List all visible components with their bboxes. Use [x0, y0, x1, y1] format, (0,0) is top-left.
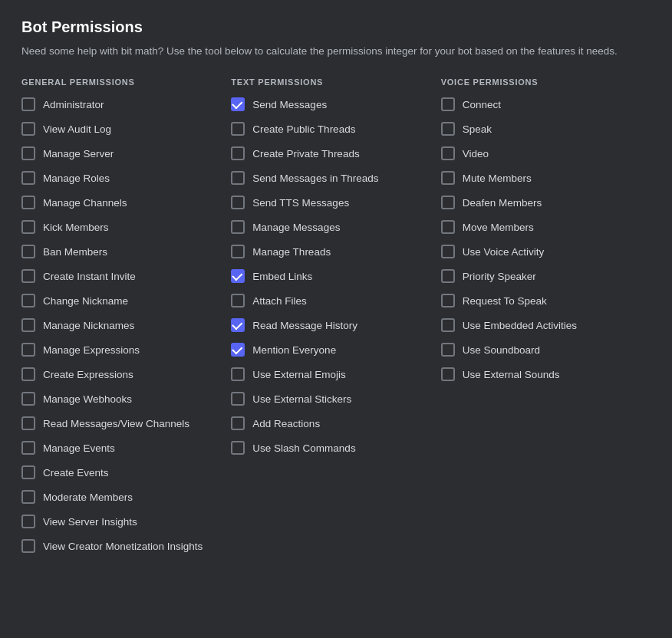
checkbox-1-4[interactable]	[231, 196, 245, 209]
checkbox-1-7[interactable]	[231, 269, 245, 283]
checkbox-2-7[interactable]	[441, 269, 455, 283]
permission-item: Manage Roles	[21, 171, 231, 185]
permission-label: Manage Threads	[252, 246, 331, 258]
checkbox-2-4[interactable]	[441, 196, 455, 209]
permission-item: Move Members	[441, 220, 651, 234]
permission-label: Use Embedded Activities	[463, 320, 577, 331]
column-0: GENERAL PERMISSIONSAdministratorView Aud…	[21, 77, 231, 564]
checkbox-0-5[interactable]	[21, 220, 35, 234]
checkbox-1-13[interactable]	[231, 416, 245, 430]
checkbox-1-11[interactable]	[231, 367, 245, 381]
permission-item: Manage Threads	[231, 245, 440, 258]
checkbox-0-2[interactable]	[21, 146, 35, 160]
permission-label: Create Instant Invite	[43, 271, 136, 282]
permission-label: View Server Insights	[43, 516, 137, 528]
checkbox-1-10[interactable]	[231, 343, 245, 357]
checkbox-2-11[interactable]	[441, 367, 455, 381]
checkbox-0-6[interactable]	[21, 245, 35, 258]
permission-label: Request To Speak	[463, 295, 547, 307]
permission-item: Connect	[441, 97, 651, 111]
permission-item: Use External Sounds	[441, 367, 651, 381]
checkbox-0-17[interactable]	[21, 515, 35, 528]
checkbox-0-10[interactable]	[21, 343, 35, 357]
permission-item: Ban Members	[21, 245, 231, 258]
permission-item: Video	[441, 146, 651, 160]
permission-label: Manage Channels	[43, 197, 127, 209]
checkbox-1-8[interactable]	[231, 294, 245, 307]
checkbox-1-5[interactable]	[231, 220, 245, 234]
permission-item: Manage Nicknames	[21, 318, 231, 332]
permission-label: Deafen Members	[463, 197, 542, 209]
checkbox-2-0[interactable]	[441, 97, 455, 111]
permission-label: Move Members	[463, 222, 534, 233]
checkbox-1-6[interactable]	[231, 245, 245, 258]
permission-item: Administrator	[21, 97, 231, 111]
checkbox-2-6[interactable]	[441, 245, 455, 258]
permission-label: Moderate Members	[43, 492, 133, 503]
checkbox-0-7[interactable]	[21, 269, 35, 283]
permission-label: Use External Stickers	[252, 393, 351, 405]
permission-item: Attach Files	[231, 294, 440, 307]
checkbox-2-9[interactable]	[441, 318, 455, 332]
checkbox-1-9[interactable]	[231, 318, 245, 332]
checkbox-0-3[interactable]	[21, 171, 35, 185]
checkbox-2-8[interactable]	[441, 294, 455, 307]
permission-item: Mention Everyone	[231, 343, 440, 357]
checkbox-1-0[interactable]	[231, 97, 245, 111]
checkbox-2-3[interactable]	[441, 171, 455, 185]
permission-item: Manage Messages	[231, 220, 440, 234]
permission-label: Mention Everyone	[252, 344, 336, 356]
checkbox-0-18[interactable]	[21, 539, 35, 553]
permission-label: Manage Webhooks	[43, 393, 132, 405]
permission-label: Create Events	[43, 467, 109, 479]
checkbox-0-13[interactable]	[21, 416, 35, 430]
checkbox-1-1[interactable]	[231, 122, 245, 136]
permission-item: Use Soundboard	[441, 343, 651, 357]
checkbox-0-12[interactable]	[21, 392, 35, 406]
checkbox-1-2[interactable]	[231, 146, 245, 160]
column-2: VOICE PERMISSIONSConnectSpeakVideoMute M…	[441, 77, 651, 392]
permission-label: Attach Files	[252, 295, 307, 307]
checkbox-2-1[interactable]	[441, 122, 455, 136]
permission-label: Use External Emojis	[252, 369, 346, 380]
page-description: Need some help with bit math? Use the to…	[21, 44, 651, 59]
checkbox-2-5[interactable]	[441, 220, 455, 234]
checkbox-1-12[interactable]	[231, 392, 245, 406]
checkbox-0-0[interactable]	[21, 97, 35, 111]
column-header-1: TEXT PERMISSIONS	[231, 77, 440, 87]
checkbox-0-16[interactable]	[21, 490, 35, 504]
permission-label: Manage Events	[43, 442, 115, 454]
checkbox-1-14[interactable]	[231, 441, 245, 455]
checkbox-0-1[interactable]	[21, 122, 35, 136]
checkbox-2-10[interactable]	[441, 343, 455, 357]
permission-item: Use Voice Activity	[441, 245, 651, 258]
column-header-0: GENERAL PERMISSIONS	[21, 77, 231, 87]
permission-label: Create Public Threads	[252, 123, 355, 135]
checkbox-0-15[interactable]	[21, 465, 35, 479]
checkbox-0-14[interactable]	[21, 441, 35, 455]
permission-item: Create Expressions	[21, 367, 231, 381]
checkbox-0-8[interactable]	[21, 294, 35, 307]
permission-item: Manage Server	[21, 146, 231, 160]
permission-label: Add Reactions	[252, 418, 320, 429]
permission-item: Send Messages	[231, 97, 440, 111]
permission-item: Request To Speak	[441, 294, 651, 307]
permission-item: Deafen Members	[441, 196, 651, 209]
permission-label: Administrator	[43, 99, 104, 110]
permission-label: Manage Nicknames	[43, 320, 134, 331]
permission-item: Priority Speaker	[441, 269, 651, 283]
permission-item: View Server Insights	[21, 515, 231, 528]
checkbox-0-4[interactable]	[21, 196, 35, 209]
checkbox-0-11[interactable]	[21, 367, 35, 381]
permission-item: Read Message History	[231, 318, 440, 332]
permission-item: Read Messages/View Channels	[21, 416, 231, 430]
checkbox-0-9[interactable]	[21, 318, 35, 332]
permission-item: Embed Links	[231, 269, 440, 283]
permission-label: Kick Members	[43, 222, 109, 233]
checkbox-1-3[interactable]	[231, 171, 245, 185]
checkbox-2-2[interactable]	[441, 146, 455, 160]
column-1: TEXT PERMISSIONSSend MessagesCreate Publ…	[231, 77, 440, 465]
permission-label: Read Messages/View Channels	[43, 418, 189, 429]
column-header-2: VOICE PERMISSIONS	[441, 77, 651, 87]
permission-item: Create Events	[21, 465, 231, 479]
